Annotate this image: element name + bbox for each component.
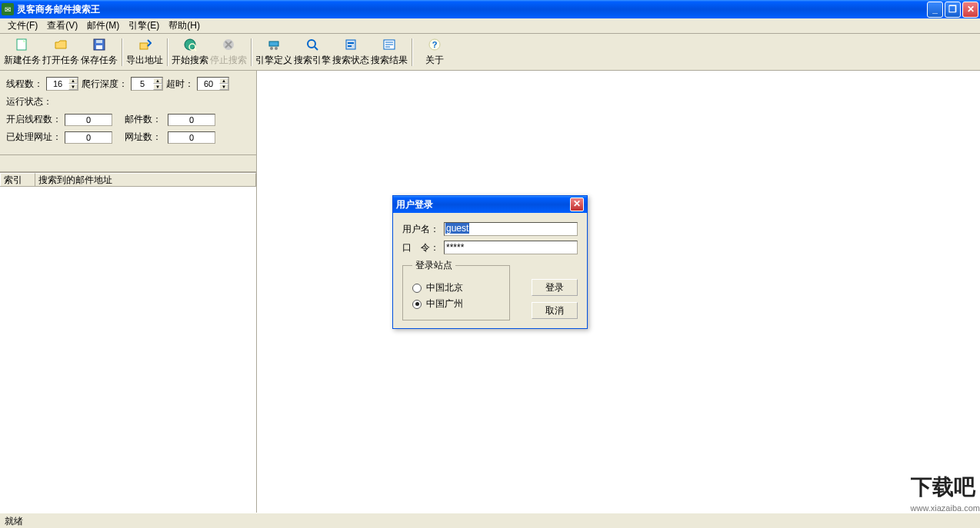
svg-rect-17 xyxy=(348,42,354,44)
search-status-button[interactable]: 搜索状态 xyxy=(332,35,370,69)
menu-file[interactable]: 文件(F) xyxy=(3,18,42,34)
open-threads-label: 开启线程数： xyxy=(6,113,62,126)
close-button[interactable]: ✕ xyxy=(962,2,978,18)
minimize-button[interactable]: _ xyxy=(927,2,943,18)
globe-search-icon xyxy=(182,37,198,52)
svg-point-13 xyxy=(275,47,278,50)
login-button[interactable]: 登录 xyxy=(532,279,578,296)
left-panel: 线程数： ▲▼ 爬行深度： ▲▼ 超时： ▲▼ 运行状态： 开启线程数： xyxy=(0,71,257,513)
depth-label: 爬行深度： xyxy=(82,78,128,91)
svg-point-12 xyxy=(270,47,273,50)
app-icon: ✉ xyxy=(2,3,14,15)
radio-guangzhou[interactable]: 中国广州 xyxy=(412,297,500,310)
result-list: 索引 搜索到的邮件地址 xyxy=(0,172,256,513)
toolbar-separator xyxy=(412,38,412,66)
toolbar-separator xyxy=(122,38,122,66)
stop-icon xyxy=(221,37,236,52)
depth-spinner[interactable]: ▲▼ xyxy=(131,77,163,91)
open-task-icon xyxy=(53,37,68,52)
svg-rect-2 xyxy=(96,45,102,49)
new-task-button[interactable]: 新建任务 xyxy=(3,35,42,69)
timeout-input[interactable] xyxy=(198,78,219,90)
spin-up[interactable]: ▲ xyxy=(153,78,162,84)
threads-spinner[interactable]: ▲▼ xyxy=(46,77,78,91)
new-task-icon xyxy=(15,37,30,52)
radio-icon xyxy=(412,284,422,293)
threads-input[interactable] xyxy=(47,78,68,90)
svg-rect-4 xyxy=(140,43,148,49)
password-input[interactable] xyxy=(444,241,578,254)
url-count-value: 0 xyxy=(168,131,215,144)
search-engine-icon xyxy=(305,37,320,52)
svg-rect-16 xyxy=(346,40,355,49)
spin-down[interactable]: ▼ xyxy=(68,84,78,90)
dialog-titlebar[interactable]: 用户登录 ✕ xyxy=(393,196,587,213)
menubar: 文件(F) 查看(V) 邮件(M) 引擎(E) 帮助(H) xyxy=(0,18,980,34)
help-icon: ? xyxy=(427,37,442,52)
radio-beijing[interactable]: 中国北京 xyxy=(412,281,500,294)
export-addr-button[interactable]: 导出地址 xyxy=(125,35,164,69)
stop-search-button[interactable]: 停止搜索 xyxy=(209,35,248,69)
login-dialog: 用户登录 ✕ 用户名： guest 口 令： 登录站点 中国北京 中国广州 登录… xyxy=(392,195,588,329)
username-label: 用户名： xyxy=(402,223,444,236)
dialog-title-text: 用户登录 xyxy=(396,198,570,211)
svg-text:?: ? xyxy=(432,40,438,49)
site-legend: 登录站点 xyxy=(412,259,455,272)
save-task-button[interactable]: 保存任务 xyxy=(80,35,118,69)
list-header: 索引 搜索到的邮件地址 xyxy=(0,173,256,187)
threads-label: 线程数： xyxy=(6,78,43,91)
timeout-spinner[interactable]: ▲▼ xyxy=(197,77,229,91)
start-search-button[interactable]: 开始搜索 xyxy=(171,35,209,69)
menu-engine[interactable]: 引擎(E) xyxy=(124,18,164,34)
app-title: 灵客商务邮件搜索王 xyxy=(17,3,927,16)
right-panel xyxy=(257,71,980,513)
svg-rect-0 xyxy=(17,39,26,50)
menu-help[interactable]: 帮助(H) xyxy=(164,18,205,34)
titlebar: ✉ 灵客商务邮件搜索王 _ ❐ ✕ xyxy=(0,0,980,18)
menu-view[interactable]: 查看(V) xyxy=(42,18,82,34)
status-text: 就绪 xyxy=(5,516,23,526)
spin-down[interactable]: ▼ xyxy=(153,84,162,90)
processed-value: 0 xyxy=(65,131,112,144)
radio-icon xyxy=(412,300,422,309)
svg-line-15 xyxy=(315,47,318,50)
timeout-label: 超时： xyxy=(166,78,194,91)
spin-down[interactable]: ▼ xyxy=(219,84,228,90)
watermark: 下载吧 www.xiazaiba.com xyxy=(906,471,980,513)
toolbar-separator xyxy=(251,38,252,66)
password-label: 口 令： xyxy=(402,241,444,254)
restore-button[interactable]: ❐ xyxy=(945,2,961,18)
search-result-button[interactable]: 搜索结果 xyxy=(370,35,408,69)
svg-line-7 xyxy=(195,49,196,51)
engine-def-icon xyxy=(266,37,282,52)
cancel-button[interactable]: 取消 xyxy=(532,302,578,319)
engine-def-button[interactable]: 引擎定义 xyxy=(255,35,293,69)
status-label: 运行状态： xyxy=(6,95,52,108)
search-result-icon xyxy=(382,37,397,52)
dialog-close-button[interactable]: ✕ xyxy=(570,198,584,211)
spin-up[interactable]: ▲ xyxy=(219,78,228,84)
svg-rect-11 xyxy=(269,42,278,46)
svg-rect-3 xyxy=(96,40,102,43)
col-addr[interactable]: 搜索到的邮件地址 xyxy=(35,173,256,186)
svg-rect-18 xyxy=(348,45,352,47)
search-status-icon xyxy=(343,37,358,52)
params-panel: 线程数： ▲▼ 爬行深度： ▲▼ 超时： ▲▼ 运行状态： 开启线程数： xyxy=(0,71,256,155)
svg-point-14 xyxy=(308,40,315,48)
mail-count-value: 0 xyxy=(168,114,215,126)
toolbar: 新建任务 打开任务 保存任务 导出地址 开始搜索 停止搜索 引擎定义 搜索引擎 … xyxy=(0,34,980,71)
depth-input[interactable] xyxy=(132,78,153,90)
url-count-label: 网址数： xyxy=(125,131,165,144)
processed-label: 已处理网址： xyxy=(6,131,62,144)
spin-up[interactable]: ▲ xyxy=(68,78,78,84)
open-threads-value: 0 xyxy=(65,114,112,126)
export-icon xyxy=(137,37,152,52)
menu-mail[interactable]: 邮件(M) xyxy=(82,18,124,34)
about-button[interactable]: ? 关于 xyxy=(415,35,454,69)
mail-count-label: 邮件数： xyxy=(125,113,165,126)
search-engine-button[interactable]: 搜索引擎 xyxy=(293,35,332,69)
toolbar-separator xyxy=(167,38,168,66)
col-index[interactable]: 索引 xyxy=(0,173,35,186)
username-selected-text: guest xyxy=(445,223,469,234)
open-task-button[interactable]: 打开任务 xyxy=(42,35,80,69)
